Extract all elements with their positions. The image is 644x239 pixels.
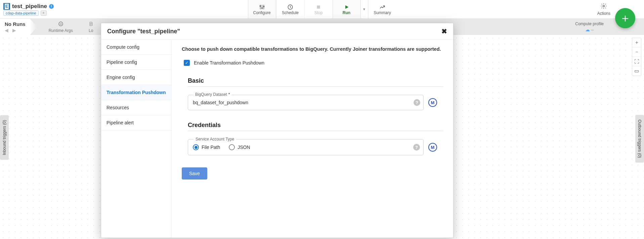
sa-type-filepath-label: File Path [202, 145, 220, 150]
macro-circle-icon: M [58, 21, 63, 28]
zoom-in-button[interactable]: ＋ [632, 38, 641, 47]
plus-icon: ＋ [619, 10, 631, 26]
radio-unselected-icon [229, 144, 235, 150]
stop-label: Stop [314, 10, 323, 15]
modal-nav: Compute config Pipeline config Engine co… [101, 40, 172, 238]
next-run-icon[interactable]: ▶ [12, 28, 16, 33]
fit-screen-button[interactable]: ⛶ [632, 57, 641, 66]
modal-content: Choose to push down compatible transform… [172, 40, 453, 238]
inbound-triggers-tab[interactable]: Inbound triggers (0) [0, 115, 9, 160]
noruns-title: No Runs [5, 21, 26, 27]
nav-compute-config[interactable]: Compute config [101, 40, 171, 55]
nav-resources[interactable]: Resources [101, 100, 171, 115]
configure-button[interactable]: Configure [248, 0, 276, 18]
topbar-center: Configure Schedule Stop Run ▼ [248, 0, 396, 18]
sa-type-filepath-radio[interactable]: File Path [193, 144, 220, 150]
enable-pushdown-checkbox[interactable] [184, 60, 190, 66]
section-basic-title: Basic [188, 77, 443, 87]
logs-label: Lo [89, 28, 93, 33]
macro-icon[interactable]: M [428, 98, 437, 107]
svg-point-5 [263, 6, 264, 7]
run-button[interactable]: Run [333, 0, 361, 18]
sliders-icon [259, 4, 265, 10]
clock-icon [287, 4, 293, 10]
topbar-left: E test_pipeline i cdap-data-pipeline + [0, 0, 57, 18]
sa-type-json-label: JSON [238, 145, 250, 150]
save-button[interactable]: Save [182, 167, 207, 180]
nav-pipeline-config[interactable]: Pipeline config [101, 55, 171, 70]
cloud-icon: ☁ – [585, 27, 594, 32]
svg-point-9 [603, 5, 605, 7]
actions-label: Actions [597, 11, 610, 16]
help-icon[interactable]: ? [414, 99, 420, 106]
app-logo-icon: E [3, 3, 10, 10]
add-fab-button[interactable]: ＋ [615, 8, 635, 28]
artifact-tag[interactable]: cdap-data-pipeline [3, 10, 39, 16]
summary-label: Summary [374, 10, 391, 15]
info-icon[interactable]: i [49, 4, 54, 9]
add-tag-button[interactable]: + [41, 10, 47, 16]
svg-text:M: M [60, 22, 62, 25]
document-icon [89, 21, 93, 28]
prev-run-icon[interactable]: ◀ [5, 28, 8, 33]
sa-type-label: Service Account Type [194, 137, 236, 142]
logs-button[interactable]: Lo [81, 19, 101, 35]
zoom-out-button[interactable]: － [632, 47, 641, 57]
radio-selected-icon [193, 144, 199, 150]
runtime-args-label: Runtime Args [49, 28, 73, 33]
macro-icon[interactable]: M [428, 143, 437, 152]
svg-point-3 [260, 5, 261, 6]
chart-icon [379, 4, 385, 10]
section-credentials-title: Credentials [188, 122, 443, 131]
runtime-args-button[interactable]: M Runtime Args [41, 19, 81, 35]
schedule-button[interactable]: Schedule [276, 0, 304, 18]
topbar: E test_pipeline i cdap-data-pipeline + C… [0, 0, 644, 19]
play-icon [344, 4, 349, 10]
stop-button[interactable]: Stop [304, 0, 333, 18]
zoom-controls: ＋ － ⛶ ▭ [632, 38, 641, 76]
summary-button[interactable]: Summary [368, 0, 396, 18]
svg-rect-7 [317, 5, 320, 8]
nav-pipeline-alert[interactable]: Pipeline alert [101, 115, 171, 130]
schedule-label: Schedule [282, 10, 299, 15]
gear-icon [600, 3, 607, 11]
configure-modal: Configure "test_pipeline" ✖ Compute conf… [101, 23, 454, 238]
actions-button[interactable]: Actions [597, 3, 610, 16]
minimap-button[interactable]: ▭ [632, 66, 641, 76]
compute-profile-label: Compute profile [575, 22, 604, 26]
enable-pushdown-label: Enable Transformation Pushdown [194, 60, 264, 66]
svg-marker-8 [345, 5, 348, 9]
run-dropdown[interactable]: ▼ [361, 0, 368, 18]
nav-engine-config[interactable]: Engine config [101, 70, 171, 85]
run-label: Run [343, 10, 350, 15]
stop-icon [316, 4, 321, 10]
sa-type-json-radio[interactable]: JSON [229, 144, 250, 150]
bq-dataset-label: BigQuery Dataset* [193, 92, 232, 97]
nav-transformation-pushdown[interactable]: Transformation Pushdown [101, 85, 171, 100]
configure-label: Configure [253, 10, 270, 15]
svg-point-4 [261, 7, 262, 8]
pipeline-name: test_pipeline [12, 3, 47, 10]
outbound-triggers-tab[interactable]: Outbound triggers (0) [635, 115, 644, 162]
pushdown-description: Choose to push down compatible transform… [182, 46, 443, 52]
close-icon[interactable]: ✖ [441, 27, 447, 35]
help-icon[interactable]: ? [413, 144, 420, 151]
bq-dataset-input[interactable] [188, 95, 424, 110]
modal-title: Configure "test_pipeline" [107, 28, 180, 35]
runs-tab[interactable]: No Runs ◀ ▶ [0, 19, 31, 35]
